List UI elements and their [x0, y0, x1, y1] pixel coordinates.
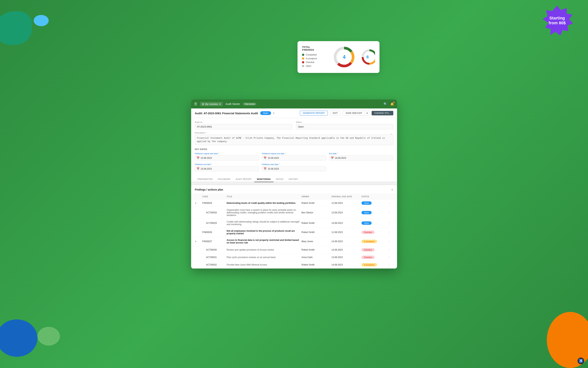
save-exit-group: SAVE AND EXIT ▾	[343, 111, 369, 116]
generate-report-button[interactable]: GENERATE REPORT	[300, 111, 328, 116]
tab-notes[interactable]: NOTES	[274, 176, 286, 182]
row-code: ACT00029	[202, 222, 227, 224]
row-status: Open	[361, 221, 388, 225]
row-owner: Mary Jones	[302, 240, 332, 243]
end-date-label: End date *	[329, 153, 393, 155]
donut-chart: 4	[332, 45, 356, 69]
row-menu[interactable]: ⋮	[388, 230, 393, 234]
tab-monitoring[interactable]: MONITORING	[254, 176, 273, 182]
my-modules-button[interactable]: ⊞ My modules ▾	[200, 102, 223, 106]
findings-panel: Findings / actions plan ∧ CODE TITLE OWN…	[191, 185, 397, 268]
calendar-icon-3: 📅	[197, 167, 199, 170]
tab-history[interactable]: HISTORY	[286, 176, 301, 182]
row-status: In progress	[361, 240, 388, 243]
table-header: CODE TITLE OWNER ORIGINAL DUE DATE STATU…	[191, 194, 397, 199]
table-row: ACT00029 Credits with deteriorating rati…	[191, 219, 397, 228]
fieldwork-original-end-input[interactable]: 📅 15.08.2023	[262, 155, 326, 160]
row-menu-dots[interactable]: ⋮	[388, 201, 391, 205]
findings-collapse-button[interactable]: ∧	[391, 188, 393, 191]
fieldwork-original-start-value: 10.08.2023	[201, 157, 212, 159]
row-menu[interactable]: ⋮	[388, 201, 393, 205]
row-title: Plan cyclic procedure reviews on an annu…	[227, 256, 302, 259]
end-date-input[interactable]: 📅 18.08.2023	[329, 155, 393, 160]
row-status: Overdue	[361, 248, 388, 251]
row-menu-dots[interactable]: ⋮	[388, 240, 391, 243]
row-menu-dots[interactable]: ⋮	[388, 263, 391, 266]
search-icon[interactable]: 🔍	[384, 102, 387, 106]
row-title: Credits with deteriorating ratings shoul…	[227, 221, 302, 226]
fieldwork-original-start-input[interactable]: 📅 10.08.2023	[195, 155, 259, 160]
decorative-blob-teal	[0, 11, 32, 45]
tab-preparation[interactable]: PREPARATION	[195, 176, 215, 182]
row-status: Overdue	[361, 230, 388, 234]
row-expand[interactable]: ∧	[195, 240, 202, 243]
hamburger-menu-button[interactable]: ☰	[194, 102, 197, 106]
main-window: ☰ ⊞ My modules ▾ Audit Starter Trial ver…	[191, 100, 397, 268]
row-menu[interactable]: ⋮	[388, 248, 393, 251]
row-menu-dots[interactable]: ⋮	[388, 248, 391, 251]
row-menu-dots[interactable]: ⋮	[388, 221, 391, 225]
table-row: ACT00030 Review and update procedure of …	[191, 246, 397, 254]
tab-audit-report[interactable]: AUDIT REPORT	[233, 176, 254, 182]
save-and-exit-button[interactable]: SAVE AND EXIT	[343, 111, 365, 116]
accessibility-button[interactable]: ♿	[578, 358, 584, 364]
row-menu[interactable]: ⋮	[388, 255, 393, 259]
row-menu[interactable]: ⋮	[388, 211, 393, 214]
legend-dot-inprogress	[302, 57, 304, 60]
chart-title: TOTALFINDINGS	[302, 46, 328, 51]
row-expand[interactable]: ∧	[195, 202, 202, 204]
tab-fieldwork[interactable]: FIELDWORK	[215, 176, 233, 182]
info-icon[interactable]: ℹ	[273, 112, 274, 115]
row-menu-dots[interactable]: ⋮	[388, 231, 391, 234]
row-menu[interactable]: ⋮	[388, 240, 393, 243]
th-title: TITLE	[227, 196, 302, 198]
row-code: FIN00025	[202, 202, 227, 204]
status-open-badge: Open	[260, 111, 271, 115]
row-owner: Robert Smith	[302, 248, 332, 251]
notification-icon[interactable]: 🔔 4	[390, 102, 394, 106]
table-row: FIN00026 Not all employees involved in t…	[191, 228, 397, 237]
row-menu[interactable]: ⋮	[388, 221, 393, 225]
key-dates-title: KEY DATES	[195, 148, 393, 150]
status-badge: Overdue	[361, 256, 375, 259]
row-code: FIN00027	[202, 240, 227, 243]
grid-icon: ⊞	[202, 103, 204, 105]
end-date-value: 18.08.2023	[335, 157, 346, 159]
fieldwork-original-start-field: Fieldwork original start date * 📅 10.08.…	[195, 153, 259, 160]
row-menu-dots[interactable]: ⋮	[388, 256, 391, 259]
description-textarea[interactable]: Financial Statement Audit of ACME - Iris…	[195, 135, 393, 145]
legend-dot-overdue	[302, 61, 304, 63]
legend-label-completed: Completed	[306, 54, 317, 56]
chevron-down-icon: ▾	[219, 103, 221, 105]
fieldwork-end-field: Fieldwork end date * 📅 15.08.2023	[195, 163, 259, 171]
change-status-button[interactable]: CHANGE STA...	[372, 111, 393, 115]
expand-description-icon[interactable]: ⤡	[390, 133, 392, 135]
fieldwork-start-value: 10.08.2023	[268, 167, 279, 170]
fieldwork-end-input[interactable]: 📅 15.08.2023	[195, 166, 259, 171]
row-menu-dots[interactable]: ⋮	[388, 211, 391, 214]
form-row-1: Audit no. Status	[195, 121, 393, 129]
legend-overdue: Overdue	[302, 61, 328, 64]
row-due-date: 14.08.2023	[332, 222, 361, 224]
fieldwork-start-input[interactable]: 📅 10.08.2023	[262, 166, 326, 171]
chart-overlay: TOTALFINDINGS Completed In progress Over…	[298, 41, 380, 73]
row-menu[interactable]: ⋮	[388, 263, 393, 267]
status-input[interactable]	[296, 124, 393, 129]
dates-grid: Fieldwork original start date * 📅 10.08.…	[195, 153, 393, 171]
promo-badge-text: Starting from 80$	[549, 16, 566, 26]
table-row: ACT00032 Provide New Users With Minimal …	[191, 261, 397, 268]
calendar-icon-4: 📅	[264, 167, 266, 170]
status-badge: Overdue	[361, 248, 375, 251]
exit-button[interactable]: EXIT	[330, 111, 341, 116]
nav-modules-label: My modules	[205, 103, 218, 105]
save-exit-dropdown-button[interactable]: ▾	[365, 111, 369, 116]
row-status: In progress	[361, 263, 388, 267]
row-title: Provide New Users With Minimal Access	[227, 264, 302, 266]
legend-dot-open	[302, 65, 304, 67]
status-group: Status	[296, 121, 393, 129]
second-donut-number: 6	[366, 55, 369, 59]
row-owner: Robert Smith	[302, 264, 332, 266]
audit-no-input[interactable]	[195, 124, 292, 129]
row-title: Organization must have a system in place…	[227, 209, 302, 217]
description-area: Description * Financial Statement Audit …	[195, 132, 393, 146]
